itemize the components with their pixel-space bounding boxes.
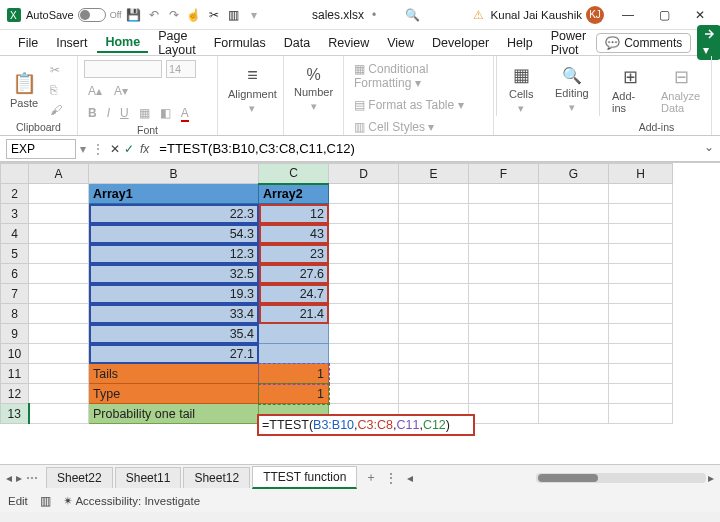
col-G[interactable]: G	[539, 164, 609, 184]
cell-C12[interactable]: 1	[259, 384, 329, 404]
fx-icon[interactable]: fx	[138, 142, 151, 156]
avatar[interactable]: KJ	[586, 6, 604, 24]
cell-F9[interactable]	[469, 324, 539, 344]
cell-D2[interactable]	[329, 184, 399, 204]
tab-sheet22[interactable]: Sheet22	[46, 467, 113, 488]
menu-help[interactable]: Help	[499, 34, 541, 52]
menu-review[interactable]: Review	[320, 34, 377, 52]
autosave-toggle[interactable]: AutoSave Off	[26, 8, 122, 22]
tab-nav-prev[interactable]: ◂	[6, 471, 12, 485]
cell-H11[interactable]	[609, 364, 673, 384]
cell-B6[interactable]: 32.5	[89, 264, 259, 284]
tab-ttest-function[interactable]: TTEST function	[252, 466, 357, 489]
col-B[interactable]: B	[89, 164, 259, 184]
tab-sheet12[interactable]: Sheet12	[183, 467, 250, 488]
cell-D8[interactable]	[329, 304, 399, 324]
accept-formula-icon[interactable]: ✓	[124, 142, 134, 156]
cell-E3[interactable]	[399, 204, 469, 224]
menu-view[interactable]: View	[379, 34, 422, 52]
cell-C2[interactable]: Array2	[259, 184, 329, 204]
cell-H7[interactable]	[609, 284, 673, 304]
menu-formulas[interactable]: Formulas	[206, 34, 274, 52]
comments-button[interactable]: 💬 Comments	[596, 33, 691, 53]
cell-G12[interactable]	[539, 384, 609, 404]
cell-A3[interactable]	[29, 204, 89, 224]
menu-data[interactable]: Data	[276, 34, 318, 52]
paste-button[interactable]: 📋 Paste	[6, 69, 42, 111]
row-6[interactable]: 6	[1, 264, 29, 284]
cell-G2[interactable]	[539, 184, 609, 204]
cell-C5[interactable]: 23	[259, 244, 329, 264]
cell-F7[interactable]	[469, 284, 539, 304]
cell-C9[interactable]	[259, 324, 329, 344]
col-H[interactable]: H	[609, 164, 673, 184]
cell-C3[interactable]: 12	[259, 204, 329, 224]
cell-G6[interactable]	[539, 264, 609, 284]
tab-sheet11[interactable]: Sheet11	[115, 467, 182, 488]
menu-home[interactable]: Home	[97, 33, 148, 53]
cell-F8[interactable]	[469, 304, 539, 324]
cell-H13[interactable]	[609, 404, 673, 424]
cell-D3[interactable]	[329, 204, 399, 224]
cell-G5[interactable]	[539, 244, 609, 264]
cell-C10[interactable]	[259, 344, 329, 364]
cell-D12[interactable]	[329, 384, 399, 404]
expand-formula-icon[interactable]: ⌄	[704, 140, 714, 154]
cell-B11[interactable]: Tails	[89, 364, 259, 384]
add-sheet-button[interactable]: ＋	[365, 469, 377, 486]
cell-G11[interactable]	[539, 364, 609, 384]
tab-menu-icon[interactable]: ⋮	[385, 471, 397, 485]
active-cell-editor[interactable]: =TTEST(B3:B10,C3:C8,C11,C12)	[257, 414, 475, 436]
cell-B5[interactable]: 12.3	[89, 244, 259, 264]
editing-button[interactable]: 🔍Editing▾	[551, 64, 593, 116]
col-E[interactable]: E	[399, 164, 469, 184]
cell-A12[interactable]	[29, 384, 89, 404]
tab-nav-next[interactable]: ▸	[16, 471, 22, 485]
cell-E5[interactable]	[399, 244, 469, 264]
cond-format-btn[interactable]: ▦ Conditional Formatting ▾	[350, 60, 487, 92]
underline-btn[interactable]: U	[116, 104, 133, 122]
fontcolor-btn[interactable]: A	[177, 104, 193, 122]
cell-F11[interactable]	[469, 364, 539, 384]
cell-E12[interactable]	[399, 384, 469, 404]
cell-B10[interactable]: 27.1	[89, 344, 259, 364]
cell-E8[interactable]	[399, 304, 469, 324]
cells-button[interactable]: ▦Cells▾	[505, 62, 537, 117]
row-2[interactable]: 2	[1, 184, 29, 204]
cell-G8[interactable]	[539, 304, 609, 324]
cell-A13[interactable]	[29, 404, 89, 424]
addins-button[interactable]: ⊞Add-ins	[608, 64, 653, 116]
undo-icon[interactable]: ↶	[146, 7, 162, 23]
row-12[interactable]: 12	[1, 384, 29, 404]
menu-power-pivot[interactable]: Power Pivot	[543, 27, 594, 59]
stats-icon[interactable]: ▥	[40, 494, 51, 508]
cell-B12[interactable]: Type	[89, 384, 259, 404]
cell-E2[interactable]	[399, 184, 469, 204]
col-C[interactable]: C	[259, 164, 329, 184]
cell-B3[interactable]: 22.3	[89, 204, 259, 224]
cell-D6[interactable]	[329, 264, 399, 284]
cell-E7[interactable]	[399, 284, 469, 304]
horizontal-scrollbar[interactable]	[536, 473, 706, 483]
cell-E11[interactable]	[399, 364, 469, 384]
font-name[interactable]	[84, 60, 162, 78]
row-9[interactable]: 9	[1, 324, 29, 344]
row-11[interactable]: 11	[1, 364, 29, 384]
cell-A5[interactable]	[29, 244, 89, 264]
cell-H9[interactable]	[609, 324, 673, 344]
cell-E6[interactable]	[399, 264, 469, 284]
cell-H4[interactable]	[609, 224, 673, 244]
cell-B9[interactable]: 35.4	[89, 324, 259, 344]
fill-btn[interactable]: ◧	[156, 104, 175, 122]
cell-D9[interactable]	[329, 324, 399, 344]
cell-B2[interactable]: Array1	[89, 184, 259, 204]
cell-A4[interactable]	[29, 224, 89, 244]
cut-btn[interactable]: ✂	[46, 61, 66, 79]
row-5[interactable]: 5	[1, 244, 29, 264]
cell-A8[interactable]	[29, 304, 89, 324]
cell-F4[interactable]	[469, 224, 539, 244]
cell-D11[interactable]	[329, 364, 399, 384]
row-7[interactable]: 7	[1, 284, 29, 304]
cell-F2[interactable]	[469, 184, 539, 204]
border-btn[interactable]: ▦	[135, 104, 154, 122]
